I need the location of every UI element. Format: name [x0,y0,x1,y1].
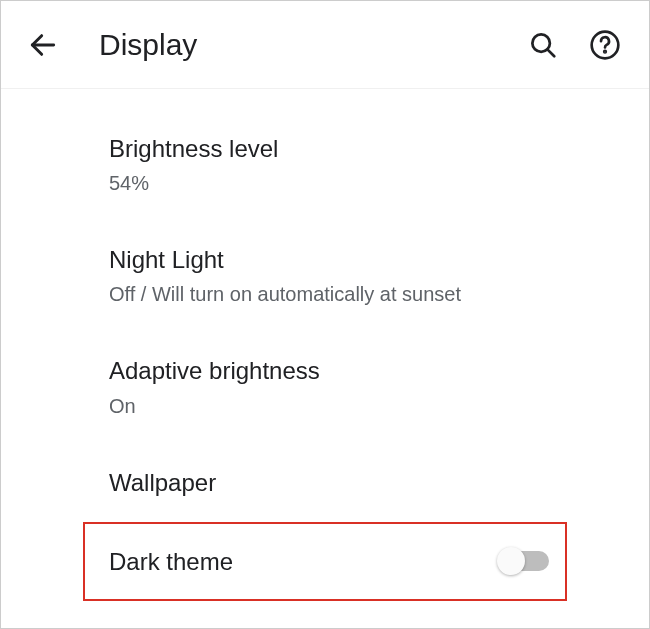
setting-title: Night Light [109,244,649,275]
search-button[interactable] [521,23,565,67]
setting-title: Wallpaper [109,467,649,498]
setting-title: Brightness level [109,133,649,164]
toggle-thumb [497,547,525,575]
setting-subtitle: On [109,393,649,419]
help-icon [589,29,621,61]
dark-theme-toggle[interactable] [501,551,549,571]
header-actions [521,23,631,67]
help-button[interactable] [583,23,627,67]
back-arrow-icon [27,29,59,61]
page-title: Display [99,28,521,62]
svg-line-2 [547,49,554,56]
app-header: Display [1,1,649,89]
setting-wallpaper[interactable]: Wallpaper [1,443,649,522]
svg-point-4 [604,50,606,52]
setting-subtitle: Off / Will turn on automatically at suns… [109,281,649,307]
setting-adaptive-brightness[interactable]: Adaptive brightness On [1,331,649,442]
setting-subtitle: 54% [109,170,649,196]
setting-dark-theme[interactable]: Dark theme [83,522,567,601]
settings-list: Brightness level 54% Night Light Off / W… [1,89,649,601]
back-button[interactable] [19,21,67,69]
setting-title: Dark theme [109,546,233,577]
setting-title: Adaptive brightness [109,355,649,386]
search-icon [528,30,558,60]
setting-night-light[interactable]: Night Light Off / Will turn on automatic… [1,220,649,331]
setting-brightness-level[interactable]: Brightness level 54% [1,109,649,220]
